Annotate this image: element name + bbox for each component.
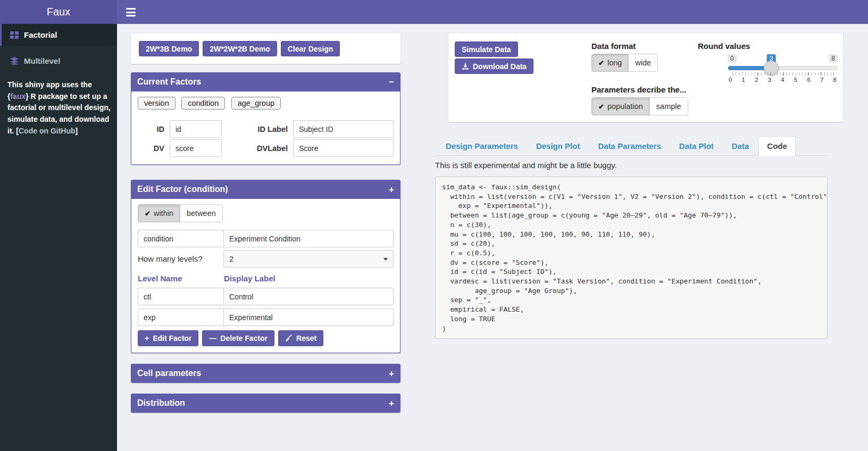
option-label: between bbox=[187, 209, 216, 218]
between-option[interactable]: between bbox=[180, 204, 223, 222]
level-row bbox=[138, 288, 394, 305]
data-format-label: Data format bbox=[591, 41, 688, 51]
format-options-group: Data format ✔ long wide Parameters decri… bbox=[591, 41, 688, 115]
within-option[interactable]: ✔ within bbox=[138, 204, 180, 222]
id-label-field[interactable] bbox=[293, 120, 394, 138]
dv-label-label: DVLabel bbox=[226, 144, 289, 153]
parameters-describe-toggle: ✔ population sample bbox=[591, 97, 688, 115]
sidebar-item-label: Multilevel bbox=[24, 56, 60, 65]
box-title: Current Factors bbox=[137, 77, 201, 87]
data-format-toggle: ✔ long wide bbox=[591, 54, 658, 72]
button-label: Download Data bbox=[473, 62, 527, 71]
cell-parameters-header[interactable]: Cell parameters + bbox=[131, 364, 400, 383]
experimental-note: This is still experimental and might be … bbox=[435, 161, 828, 170]
sidebar: Factorial Multilevel This shiny app uses… bbox=[0, 24, 117, 451]
factor-tag-version[interactable]: version bbox=[138, 97, 176, 110]
hamburger-icon[interactable] bbox=[124, 6, 138, 18]
button-label: Delete Factor bbox=[220, 334, 268, 343]
slider-ticks bbox=[732, 72, 834, 76]
current-factors-header[interactable]: Current Factors − bbox=[131, 72, 400, 91]
current-factors-box: Current Factors − version condition age_… bbox=[131, 72, 400, 165]
id-label-label: ID Label bbox=[226, 125, 289, 133]
edit-factor-header[interactable]: Edit Factor (condition) + bbox=[131, 180, 400, 199]
sidebar-item-factorial[interactable]: Factorial bbox=[0, 24, 117, 46]
level-label-field[interactable] bbox=[223, 308, 394, 326]
factor-type-toggle: ✔ within between bbox=[138, 204, 223, 222]
simulate-card: Simulate Data Download Data Data format … bbox=[448, 34, 843, 122]
tab-design-plot[interactable]: Design Plot bbox=[528, 136, 589, 155]
wide-option[interactable]: wide bbox=[628, 54, 658, 72]
level-name-field[interactable] bbox=[138, 288, 224, 305]
cell-parameters-box: Cell parameters + bbox=[131, 364, 400, 383]
box-title: Edit Factor (condition) bbox=[137, 185, 228, 194]
collapse-plus-icon[interactable]: + bbox=[389, 185, 394, 194]
box-title: Cell parameters bbox=[137, 369, 201, 378]
levels-count-row: How many levels? 2 bbox=[138, 250, 394, 268]
edit-factor-button[interactable]: + Edit Factor bbox=[138, 330, 198, 346]
tab-data-plot[interactable]: Data Plot bbox=[671, 136, 722, 155]
check-icon: ✔ bbox=[145, 210, 151, 218]
distribution-box: Distribution + bbox=[131, 394, 400, 413]
level-name-field[interactable] bbox=[138, 308, 224, 326]
app-title: Faux bbox=[47, 6, 70, 18]
results-panel: Design Parameters Design Plot Data Param… bbox=[435, 135, 828, 346]
slider-tick-labels: 0 1 2 3 4 5 6 7 8 bbox=[729, 77, 837, 83]
dv-field[interactable] bbox=[170, 139, 222, 157]
factor-display-field[interactable] bbox=[223, 230, 394, 247]
long-option[interactable]: ✔ long bbox=[591, 54, 629, 72]
tab-data-parameters[interactable]: Data Parameters bbox=[589, 136, 669, 155]
levels-question-label: How many levels? bbox=[138, 254, 223, 263]
collapse-plus-icon[interactable]: + bbox=[389, 399, 394, 408]
levels-count-select[interactable]: 2 bbox=[223, 250, 394, 268]
selected-value: 2 bbox=[229, 255, 233, 263]
slider-max-badge: 8 bbox=[829, 54, 838, 63]
delete-factor-button[interactable]: — Delete Factor bbox=[202, 330, 274, 346]
dv-label-field[interactable] bbox=[293, 139, 394, 157]
factor-name-field[interactable] bbox=[138, 230, 224, 247]
tick-label: 2 bbox=[755, 77, 758, 83]
caret-down-icon bbox=[383, 258, 388, 261]
tick-label: 8 bbox=[833, 77, 837, 83]
th-large-icon bbox=[10, 31, 19, 39]
clear-design-button[interactable]: Clear Design bbox=[281, 41, 340, 56]
download-data-button[interactable]: Download Data bbox=[455, 59, 533, 74]
round-values-slider: 0 3 8 0 1 2 3 4 5 6 7 8 bbox=[728, 53, 838, 86]
download-icon bbox=[462, 63, 469, 70]
tick-label: 6 bbox=[807, 77, 810, 83]
level-name-header: Level Name bbox=[138, 274, 224, 283]
tab-design-parameters[interactable]: Design Parameters bbox=[437, 136, 527, 155]
sample-option[interactable]: sample bbox=[649, 97, 688, 115]
sidebar-item-label: Factorial bbox=[24, 30, 57, 39]
simulate-data-button[interactable]: Simulate Data bbox=[455, 41, 518, 57]
layers-icon bbox=[10, 57, 19, 65]
factor-tag-age-group[interactable]: age_group bbox=[231, 97, 281, 110]
tick-label: 4 bbox=[781, 77, 784, 83]
collapse-plus-icon[interactable]: + bbox=[389, 369, 394, 378]
parameters-describe-label: Parameters decribe the... bbox=[591, 85, 688, 94]
id-label: ID bbox=[138, 125, 165, 133]
id-field[interactable] bbox=[170, 120, 222, 138]
tab-code[interactable]: Code bbox=[758, 136, 796, 156]
demo-2w2w2b-button[interactable]: 2W*2W*2B Demo bbox=[203, 41, 277, 56]
faux-package-link[interactable]: faux bbox=[10, 92, 26, 101]
button-label: Reset bbox=[296, 334, 316, 343]
check-icon: ✔ bbox=[598, 59, 604, 67]
sidebar-description: This shiny app uses the {faux} R package… bbox=[0, 72, 117, 137]
population-option[interactable]: ✔ population bbox=[591, 97, 650, 115]
edit-factor-box: Edit Factor (condition) + ✔ within betwe… bbox=[131, 180, 400, 353]
demo-2w3b-button[interactable]: 2W*3B Demo bbox=[139, 41, 199, 56]
collapse-minus-icon[interactable]: − bbox=[389, 78, 394, 87]
tab-data[interactable]: Data bbox=[723, 136, 758, 155]
distribution-header[interactable]: Distribution + bbox=[131, 394, 400, 413]
reset-button[interactable]: Reset bbox=[278, 330, 323, 346]
app-logo[interactable]: Faux bbox=[0, 0, 117, 24]
paintbrush-icon bbox=[285, 335, 293, 342]
sidebar-item-multilevel[interactable]: Multilevel bbox=[0, 50, 117, 72]
faux-app: Faux Factorial Multilevel This shiny app… bbox=[0, 0, 868, 451]
level-label-field[interactable] bbox=[223, 288, 394, 305]
option-label: population bbox=[607, 102, 643, 111]
slider-track[interactable] bbox=[728, 66, 838, 70]
demo-buttons-card: 2W*3B Demo 2W*2W*2B Demo Clear Design bbox=[131, 34, 400, 64]
factor-tag-condition[interactable]: condition bbox=[181, 97, 225, 110]
github-link[interactable]: Code on GitHub bbox=[19, 127, 76, 135]
